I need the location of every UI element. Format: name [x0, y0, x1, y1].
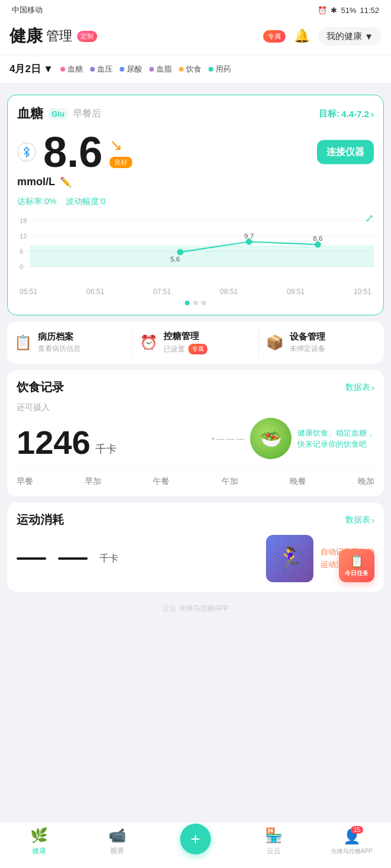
bs-target-label: 目标:: [319, 108, 339, 120]
svg-text:5.6: 5.6: [170, 255, 180, 263]
quick-action-sugar-control[interactable]: ⏰ 控糖管理 已设置 专属: [133, 321, 258, 364]
nav-world[interactable]: 📹 视界: [78, 827, 156, 856]
legend-medicine: 用药: [209, 64, 231, 75]
legend-dot-med: [209, 67, 213, 72]
edit-icon[interactable]: ✏️: [60, 176, 72, 188]
quick-action-device-mgmt[interactable]: 📦 设备管理 未绑定设备: [259, 321, 384, 364]
legend-label-med: 用药: [216, 64, 231, 75]
diet-promo: • — — — 🥗 健康饮食、稳定血糖，快来记录你的饮食吧: [212, 418, 374, 459]
exercise-promo-image: 🏃‍♀️: [266, 535, 313, 582]
svg-text:6: 6: [20, 248, 23, 255]
exercise-dash-2: [58, 557, 88, 560]
exercise-dash-1: [17, 557, 46, 560]
legend-uric-acid: 尿酸: [120, 64, 142, 75]
nav-world-icon: 📹: [108, 827, 126, 844]
status-right: ⏰ ✱ 51% 11:52: [318, 6, 379, 15]
app-title: 健康: [9, 25, 43, 47]
bell-icon[interactable]: 🔔: [294, 28, 310, 44]
connect-instrument-button[interactable]: 连接仪器: [317, 140, 374, 164]
date-text: 4月2日: [9, 62, 41, 76]
date-selector[interactable]: 4月2日 ▼: [9, 62, 53, 76]
my-health-selector[interactable]: 我的健康 ▼: [318, 27, 382, 46]
today-task-button[interactable]: 📋 今日任务: [339, 549, 374, 582]
exercise-unit: 千卡: [100, 553, 118, 565]
bs-unit: mmol/L: [17, 176, 55, 188]
battery-text: 51%: [341, 6, 356, 15]
dot-2[interactable]: [193, 301, 198, 305]
meal-dinner[interactable]: 晚餐: [290, 476, 306, 487]
meal-breakfast[interactable]: 早餐: [17, 476, 33, 487]
diet-calories-display: 1246 千卡: [17, 426, 212, 459]
custom-badge: 定制: [77, 31, 97, 42]
legend-label-blood-sugar: 血糖: [68, 64, 83, 75]
svg-text:12: 12: [20, 233, 27, 240]
my-health-chevron: ▼: [364, 31, 373, 41]
pagination-dots: [17, 301, 374, 305]
bottom-nav: 🌿 健康 📹 视界 + 🏪 云云 👤 15 先锋鸟控糖APP: [0, 822, 391, 868]
diet-meals: 早餐 早加 午餐 午加 晚餐 晚加: [17, 469, 374, 487]
diet-calories-unit: 千卡: [95, 444, 117, 454]
bs-rate: 达标率:0%: [17, 196, 56, 206]
meal-morning-snack[interactable]: 早加: [85, 476, 101, 487]
header: 健康 管理 定制 专属 🔔 我的健康 ▼: [0, 19, 391, 56]
nav-profile-label: 先锋鸟控糖APP: [331, 847, 373, 856]
legend-blood-sugar: 血糖: [60, 64, 83, 75]
bs-stats: 达标率:0% 波动幅度:0: [17, 196, 374, 207]
bs-meal-context: 早餐后: [73, 108, 101, 120]
svg-text:9.7: 9.7: [244, 232, 254, 240]
chart-x-labels: 05:51 06:51 07:51 08:51 09:51 10:51: [17, 288, 374, 296]
svg-text:0: 0: [20, 263, 23, 270]
exercise-title: 运动消耗: [17, 512, 64, 528]
nav-health[interactable]: 🌿 健康: [0, 827, 78, 856]
dot-3[interactable]: [201, 301, 206, 305]
diet-main-row: 1246 千卡 • — — — 🥗 健康饮食、稳定血糖，快来记录你的饮食吧: [17, 418, 374, 459]
legend-blood-pressure: 血压: [90, 64, 113, 75]
diet-data-table-link[interactable]: 数据表 ›: [345, 382, 374, 393]
bs-chart: ⤢ 18 12 6 0: [17, 212, 374, 295]
nav-health-label: 健康: [32, 846, 46, 856]
today-task-label: 今日任务: [345, 569, 368, 577]
nav-add[interactable]: +: [156, 830, 235, 854]
legend-dot-ua: [120, 67, 124, 72]
watermark: 云云 先锋鸟控糖APP: [0, 598, 391, 673]
exercise-link-chevron: ›: [371, 515, 374, 525]
nav-profile[interactable]: 👤 15 先锋鸟控糖APP: [313, 828, 391, 856]
device-mgmt-subtitle: 未绑定设备: [290, 344, 377, 354]
diet-title: 饮食记录: [17, 379, 64, 395]
diet-section-header: 饮食记录 数据表 ›: [17, 379, 374, 395]
nav-store[interactable]: 🏪 云云: [235, 827, 313, 856]
sugar-control-icon: ⏰: [140, 334, 158, 351]
quick-actions: 📋 病历档案 查看病历信息 ⏰ 控糖管理 已设置 专属 📦 设备管理 未绑定设备: [7, 321, 384, 364]
today-task-icon: 📋: [350, 554, 364, 568]
chart-expand-icon[interactable]: ⤢: [365, 212, 374, 225]
meal-lunch[interactable]: 午餐: [153, 476, 169, 487]
bluetooth-icon[interactable]: [17, 143, 36, 162]
exercise-link-label: 数据表: [345, 515, 370, 525]
device-mgmt-icon: 📦: [266, 334, 284, 351]
bs-value: 8.6: [43, 131, 102, 173]
bs-header: 血糖 Glu 早餐后 目标: 4.4-7.2 ›: [17, 105, 374, 122]
meal-evening-snack[interactable]: 晚加: [358, 476, 374, 487]
sugar-control-title: 控糖管理: [164, 331, 251, 342]
svg-text:18: 18: [20, 217, 27, 224]
nav-profile-badge: 15: [351, 826, 363, 834]
nav-add-button[interactable]: +: [180, 824, 211, 854]
bs-value-row: 8.6 ↘ 良好 连接仪器: [17, 131, 374, 173]
dot-1[interactable]: [185, 301, 190, 305]
bs-target[interactable]: 目标: 4.4-7.2 ›: [319, 108, 374, 120]
glu-icon: Glu: [48, 108, 68, 120]
quick-action-medical-records[interactable]: 📋 病历档案 查看病历信息: [7, 321, 132, 364]
blood-sugar-card: 血糖 Glu 早餐后 目标: 4.4-7.2 › 8.6 ↘ 良好 连接仪器 m…: [7, 95, 384, 315]
trend-arrow-icon: ↘: [110, 136, 123, 154]
app-subtitle: 管理: [46, 27, 72, 45]
exercise-values: 千卡: [17, 553, 257, 565]
meal-afternoon-snack[interactable]: 午加: [222, 476, 238, 487]
watermark-text: 云云 先锋鸟控糖APP: [162, 604, 228, 612]
exercise-data-table-link[interactable]: 数据表 ›: [345, 515, 374, 525]
medical-records-title: 病历档案: [38, 331, 125, 343]
diet-link-chevron: ›: [371, 383, 374, 392]
diet-link-label: 数据表: [345, 382, 370, 393]
nav-health-icon: 🌿: [30, 827, 48, 844]
nav-store-icon: 🏪: [265, 827, 283, 844]
legend-label-bf: 血脂: [156, 64, 172, 75]
